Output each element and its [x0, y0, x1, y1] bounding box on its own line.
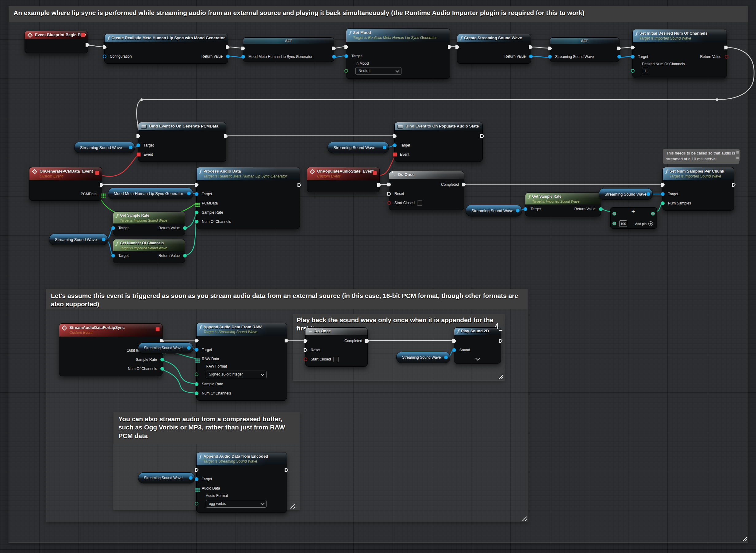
return-value-pin[interactable]: [529, 55, 533, 58]
node-get-number-of-channels[interactable]: ƒ Get Number Of Channels Target is Impor…: [113, 239, 185, 263]
pcmdata-pin[interactable]: [101, 193, 103, 194]
exec-out-pin[interactable]: [226, 46, 230, 49]
node-event-begin-play[interactable]: Event Blueprint Begin Play: [24, 31, 88, 53]
num-channels-out-pin[interactable]: [160, 367, 164, 371]
return-value-pin[interactable]: [226, 55, 230, 58]
pill-out-pin[interactable]: [189, 476, 193, 480]
exec-out-pin[interactable]: [332, 47, 336, 51]
delegate-pin[interactable]: [372, 171, 377, 175]
audio-format-pin[interactable]: [195, 502, 198, 505]
exec-in-pin[interactable]: [136, 134, 140, 138]
exec-in-pin[interactable]: [548, 47, 552, 51]
pill-out-pin[interactable]: [129, 146, 133, 149]
pill-out-pin[interactable]: [187, 191, 191, 195]
target-pin[interactable]: [195, 348, 198, 351]
node-play-sound-2d[interactable]: ƒ Play Sound 2D Sound: [454, 327, 501, 364]
desired-num-value[interactable]: 1: [642, 68, 648, 74]
var-pill-streaming-sound-wave[interactable]: Streaming Sound Wave: [466, 205, 522, 217]
return-value-pin[interactable]: [599, 207, 603, 211]
completed-pin[interactable]: [365, 339, 369, 343]
exec-out-pin[interactable]: [725, 46, 729, 50]
exec-out-pin[interactable]: [85, 43, 89, 47]
node-ongenerate-pcmdata-event[interactable]: OnGeneratePCMData_Event Custom Event PCM…: [29, 167, 102, 201]
pill-out-pin[interactable]: [187, 346, 191, 350]
exec-in-pin[interactable]: [344, 45, 348, 49]
exec-in-pin[interactable]: [195, 468, 199, 472]
target-pin[interactable]: [195, 477, 198, 481]
exec-out-pin[interactable]: [480, 134, 484, 138]
exec-in-pin[interactable]: [195, 339, 199, 343]
raw-format-dropdown[interactable]: Signed 16-bit integer: [206, 371, 267, 378]
var-pill-streaming-sound-wave[interactable]: Streaming Sound Wave: [396, 351, 450, 363]
event-pin[interactable]: [393, 152, 397, 157]
event-pin[interactable]: [136, 152, 141, 157]
var-pill-streaming-sound-wave[interactable]: Streaming Sound Wave: [599, 188, 652, 200]
exec-out-pin[interactable]: [377, 183, 381, 187]
var-pill-streaming-sound-wave[interactable]: Streaming Sound Wave: [138, 472, 195, 483]
configuration-pin[interactable]: [103, 55, 107, 58]
desired-num-pin[interactable]: [631, 69, 634, 73]
exec-in-pin[interactable]: [453, 339, 456, 343]
return-value-pin[interactable]: [183, 254, 187, 257]
node-do-once-1[interactable]: →1 Do Once Completed Reset Start Closed: [389, 171, 464, 210]
mood-dropdown[interactable]: Neutral: [355, 67, 402, 75]
divide-in-a-pin[interactable]: [612, 212, 616, 216]
exec-out-pin[interactable]: [529, 46, 533, 49]
exec-in-pin[interactable]: [387, 183, 391, 187]
sound-pin[interactable]: [453, 348, 456, 352]
node-append-audio-data-from-encoded[interactable]: ƒ Append Audio Data from Encoded Target …: [196, 452, 287, 513]
node-set-num-samples-per-chunk[interactable]: ƒ Set Num Samples Per Chunk Target is Im…: [663, 167, 734, 211]
pill-out-pin[interactable]: [516, 209, 520, 213]
target-pin[interactable]: [136, 144, 140, 147]
reset-pin[interactable]: [387, 192, 391, 196]
var-pill-streaming-sound-wave[interactable]: Streaming Sound Wave: [328, 142, 389, 153]
exec-in-pin[interactable]: [456, 46, 460, 49]
node-do-once-2[interactable]: →1 Do Once Completed Reset Start Closed: [305, 327, 368, 367]
expand-advanced-chevron[interactable]: [475, 356, 480, 361]
comment-main-header[interactable]: An example where lip sync is performed w…: [9, 6, 748, 22]
exec-out-pin[interactable]: [285, 468, 289, 472]
exec-in-pin[interactable]: [631, 46, 635, 50]
comment-assume-header[interactable]: Let's assume this event is triggered as …: [46, 289, 528, 309]
target-pin[interactable]: [111, 226, 115, 230]
node-create-streaming-sound-wave[interactable]: ƒ Create Streaming Sound Wave Return Val…: [457, 34, 531, 64]
target-pin[interactable]: [631, 55, 634, 59]
mood-generator-out-pin[interactable]: [332, 55, 336, 59]
node-bind-on-generate-pcmdata[interactable]: Bind Event to On Generate PCMData Target…: [138, 122, 226, 162]
exec-in-pin[interactable]: [195, 183, 199, 187]
node-set-streaming-sound-wave-var[interactable]: SET Streaming Sound Wave: [550, 37, 620, 62]
exec-in-pin[interactable]: [393, 134, 397, 138]
in-mood-pin[interactable]: [344, 69, 348, 73]
divide-value[interactable]: 100: [619, 220, 627, 227]
target-pin[interactable]: [524, 207, 527, 211]
exec-out-pin[interactable]: [448, 45, 452, 49]
sample-rate-pin[interactable]: [195, 382, 198, 386]
exec-out-pin[interactable]: [297, 183, 301, 187]
blueprint-canvas[interactable]: An example where lip sync is performed w…: [0, 0, 756, 553]
pcmdata-pin[interactable]: [195, 203, 197, 204]
exec-in-pin[interactable]: [103, 46, 107, 49]
exec-out-pin[interactable]: [100, 183, 104, 187]
node-divide[interactable]: ÷ 100 Add pin: [610, 207, 657, 229]
node-onpopulate-audiostate-event[interactable]: OnPopulateAudioState_Event Custom Event: [307, 167, 380, 192]
var-pill-streaming-sound-wave[interactable]: Streaming Sound Wave: [49, 234, 108, 245]
exec-out-pin[interactable]: [732, 183, 736, 187]
var-pill-streaming-sound-wave[interactable]: Streaming Sound Wave: [74, 142, 135, 153]
return-value-pin[interactable]: [183, 226, 187, 230]
target-pin[interactable]: [393, 144, 397, 147]
target-pin[interactable]: [661, 192, 665, 196]
sample-rate-pin[interactable]: [195, 211, 198, 214]
ssw-out-pin[interactable]: [617, 55, 621, 59]
node-get-sample-rate-1[interactable]: ƒ Get Sample Rate Target is Imported Sou…: [113, 212, 185, 235]
node-set-mood-generator-var[interactable]: SET Mood Meta Human Lip Sync Generator: [243, 37, 334, 62]
node-set-initial-desired-num-channels[interactable]: ƒ Set Initial Desired Num Of Channels Ta…: [632, 29, 727, 78]
completed-pin[interactable]: [462, 183, 466, 187]
pill-out-pin[interactable]: [102, 238, 106, 241]
reset-pin[interactable]: [303, 348, 307, 352]
raw-format-pin[interactable]: [195, 373, 198, 376]
delegate-pin[interactable]: [155, 327, 160, 331]
add-pin-control[interactable]: Add pin: [635, 221, 653, 226]
exec-out-pin[interactable]: [499, 339, 503, 343]
exec-out-pin[interactable]: [617, 47, 621, 51]
sample-rate-out-pin[interactable]: [160, 358, 164, 362]
